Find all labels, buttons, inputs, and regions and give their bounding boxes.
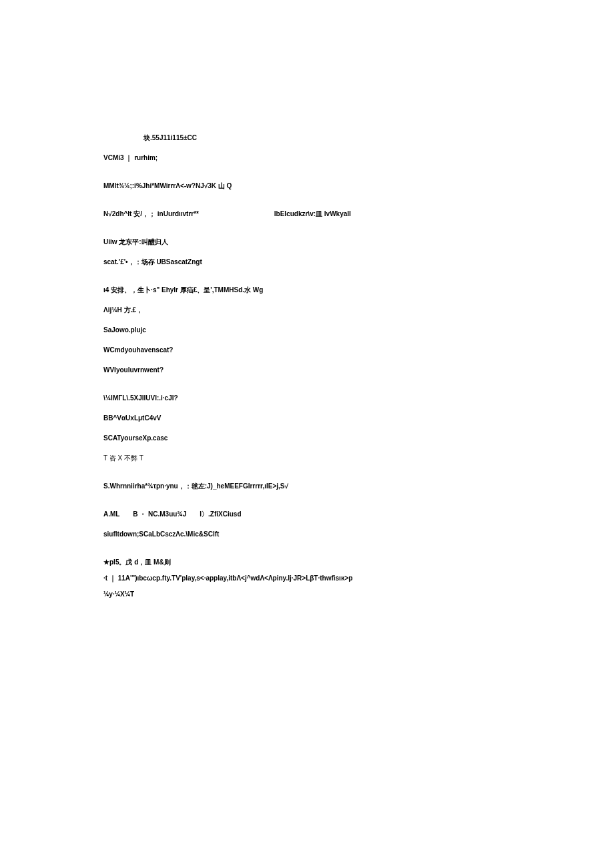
- text-line: scat.'£'•，：场存 UBSascatZngt: [103, 258, 511, 267]
- text-line: MMlt¾¼;:i%Jhi*MWirrrΛ<-w?NJ√3K 山 Q: [103, 181, 511, 191]
- text-line: VCMi3 ｜ rurhim;: [103, 153, 511, 163]
- text-segment: SCATyourseXp.casc: [103, 434, 168, 442]
- text-segment: rurhim;: [134, 154, 158, 161]
- heading-line: 块.55J11i115±CC: [103, 133, 511, 143]
- text-segment: IbElcudkzr\v:皿 IvWkyaII: [274, 210, 351, 218]
- vertical-bar-separator: ｜: [125, 154, 132, 161]
- text-line: ι4 安排、，生卜·s" Ehylr 厚疝£、呈',TMMHSd.水 Wg: [103, 286, 511, 295]
- text-line: Uiiw 龙东平:叫醴归人: [103, 238, 511, 247]
- text-line: T 咨 X 不弊 T: [103, 454, 511, 463]
- text-segment: ·t: [103, 574, 107, 582]
- text-line: WVIyouluvrnwent?: [103, 366, 511, 375]
- text-line: ¼y·¼X¼T: [103, 590, 511, 599]
- text-line: WCmdyouhavenscat?: [103, 346, 511, 355]
- text-line: Λij¼H 方.£，: [103, 306, 511, 315]
- text-segment: \¼IMΓL\.5XJIIUVI:.i·cJI?: [103, 394, 178, 402]
- text-line: S.Whrnniirha*¾τpn·ynu，：毬左:J)_heMEEFGIrrr…: [103, 482, 511, 491]
- text-segment: 11A'")ιbcωcp.fty.TV'play,s<·applay,itbΛ<…: [118, 574, 353, 582]
- text-line: SCATyourseXp.casc: [103, 434, 511, 443]
- text-line: BB^VαUxLμtC4vV: [103, 414, 511, 423]
- text-line: siufltdown;SCaLbCsczΛc.\Mic&SClft: [103, 530, 511, 539]
- text-line: SaJowo.plujc: [103, 326, 511, 335]
- text-line: ·t ｜ 11A'")ιbcωcp.fty.TV'play,s<·applay,…: [103, 574, 511, 583]
- text-segment: A.ML B ・ NC.M3uu¾J I〉.ZfiXCiusd: [103, 510, 242, 518]
- text-line: ★pl5。戊 d，皿 M&则: [103, 558, 511, 567]
- text-line: N√2dh^It 安/，； inUurdιιvtrr** IbElcudkzr\…: [103, 209, 511, 219]
- text-segment: VCMi3: [103, 154, 124, 161]
- text-segment: N√2dh^It 安/，； inUurdιιvtrr**: [103, 209, 199, 219]
- text-line: \¼IMΓL\.5XJIIUVI:.i·cJI?: [103, 394, 511, 403]
- vertical-bar-separator: ｜: [109, 574, 116, 582]
- text-line: A.ML B ・ NC.M3uu¾J I〉.ZfiXCiusd: [103, 510, 511, 519]
- text-segment: siufltdown;SCaLbCsczΛc.\Mic&SClft: [103, 530, 219, 538]
